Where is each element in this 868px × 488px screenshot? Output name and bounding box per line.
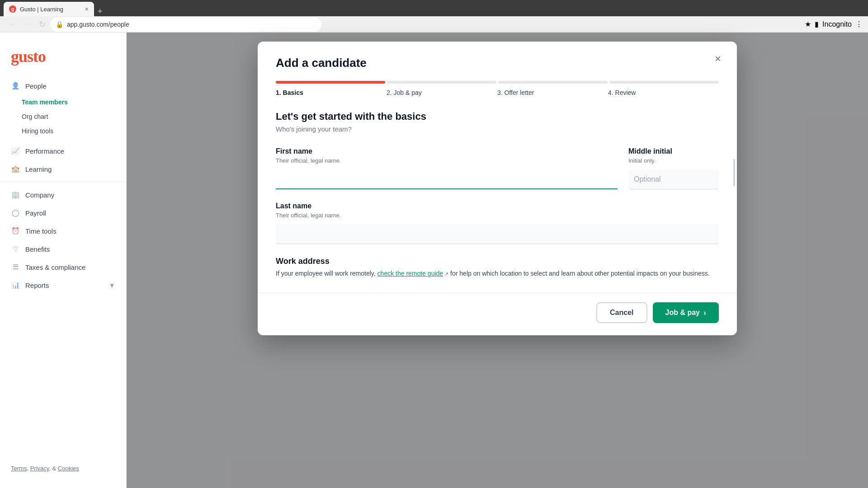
bookmark-icon[interactable]: ★	[805, 20, 811, 28]
modal-close-button[interactable]: ×	[710, 51, 726, 67]
remote-guide-link[interactable]: check the remote guide	[377, 270, 443, 277]
progress-section: 1. Basics 2. Job & pay 3. Offer letter 4…	[258, 81, 737, 111]
last-name-label: Last name	[276, 202, 719, 210]
sidebar-item-payroll[interactable]: ◯ Payroll	[0, 204, 126, 222]
browser-actions: ★ ▮ Incognito ⋮	[805, 20, 863, 28]
active-tab[interactable]: g Gusto | Learning ×	[4, 2, 94, 16]
performance-icon: 📈	[11, 146, 20, 155]
menu-icon[interactable]: ⋮	[855, 20, 863, 28]
sidebar-people-label: People	[25, 82, 47, 90]
next-button[interactable]: Job & pay ›	[653, 302, 719, 323]
progress-bars	[276, 81, 719, 84]
progress-bar-basics	[276, 81, 385, 84]
sidebar-item-people[interactable]: 👤 People	[0, 77, 126, 95]
sidebar-org-chart-label: Org chart	[22, 113, 48, 120]
section-subtitle: Who's joining your team?	[276, 125, 719, 133]
url-display: app.gusto.com/people	[67, 21, 129, 28]
new-tab-button[interactable]: +	[94, 7, 106, 16]
reports-expand-icon: ▼	[108, 282, 115, 289]
sidebar-learning-label: Learning	[25, 165, 52, 173]
sidebar-benefits-label: Benefits	[25, 245, 50, 253]
sidebar: gusto 👤 People Team members Org chart Hi…	[0, 33, 127, 488]
modal-title: Add a candidate	[276, 56, 719, 70]
first-name-hint: Their official, legal name.	[276, 157, 618, 164]
modal-header: Add a candidate ×	[258, 42, 737, 81]
modal-overlay: Add a candidate × 1. Basics	[127, 33, 868, 488]
sidebar-item-team-members[interactable]: Team members	[0, 95, 126, 109]
footer-cookies-link[interactable]: Cookies	[58, 465, 79, 472]
learning-icon: 🏫	[11, 164, 20, 174]
last-name-row: Last name Their official, legal name.	[276, 202, 719, 244]
incognito-label: Incognito	[822, 20, 852, 28]
back-button[interactable]: ←	[5, 18, 19, 31]
progress-bar-review	[609, 81, 719, 84]
middle-initial-hint: Initial only.	[628, 157, 719, 164]
sidebar-item-taxes[interactable]: ☰ Taxes & compliance	[0, 258, 126, 276]
progress-bar-job-pay	[387, 81, 496, 84]
sidebar-item-learning[interactable]: 🏫 Learning	[0, 160, 126, 178]
reload-button[interactable]: ↻	[36, 18, 48, 31]
section-title: Let's get started with the basics	[276, 111, 719, 122]
modal-scrollbar	[733, 159, 735, 186]
sidebar-item-time-tools[interactable]: ⏰ Time tools	[0, 222, 126, 240]
sidebar-reports-label: Reports	[25, 282, 49, 289]
modal-footer: Cancel Job & pay ›	[258, 293, 737, 332]
work-address-description: If your employee will work remotely, che…	[276, 269, 719, 278]
sidebar-section-people: 👤 People Team members Org chart Hiring t…	[0, 77, 126, 138]
sidebar-company-label: Company	[25, 191, 54, 199]
step-basics: 1. Basics	[276, 89, 387, 96]
extensions-icon[interactable]: ▮	[815, 20, 819, 28]
content-area: Add a candidate × 1. Basics	[127, 33, 868, 488]
cancel-button[interactable]: Cancel	[596, 302, 647, 323]
sidebar-performance-label: Performance	[25, 147, 64, 155]
sidebar-item-benefits[interactable]: ♡ Benefits	[0, 240, 126, 258]
next-button-label: Job & pay	[665, 309, 700, 317]
work-address-section: Work address If your employee will work …	[276, 257, 719, 278]
modal-dialog: Add a candidate × 1. Basics	[258, 42, 737, 335]
first-name-label: First name	[276, 147, 618, 155]
sidebar-divider	[0, 182, 126, 182]
clock-icon: ⏰	[11, 226, 20, 235]
first-name-group: First name Their official, legal name.	[276, 147, 618, 189]
work-address-title: Work address	[276, 257, 719, 266]
footer-privacy-link[interactable]: Privacy	[30, 465, 49, 472]
external-link-icon: ↗	[443, 271, 448, 277]
sidebar-payroll-label: Payroll	[25, 209, 46, 217]
company-icon: 🏢	[11, 190, 20, 199]
tab-close-button[interactable]: ×	[85, 5, 89, 13]
sidebar-logo: gusto	[0, 42, 126, 77]
person-icon: 👤	[11, 81, 20, 90]
sidebar-taxes-label: Taxes & compliance	[25, 263, 85, 271]
logo-text: gusto	[11, 47, 115, 66]
sidebar-item-org-chart[interactable]: Org chart	[0, 109, 126, 124]
sidebar-item-performance[interactable]: 📈 Performance	[0, 142, 126, 160]
sidebar-hiring-tools-label: Hiring tools	[22, 127, 53, 135]
step-job-pay: 2. Job & pay	[387, 89, 497, 96]
progress-steps: 1. Basics 2. Job & pay 3. Offer letter 4…	[276, 89, 719, 96]
last-name-input[interactable]	[276, 224, 719, 244]
browser-tab-bar: g Gusto | Learning × +	[0, 0, 868, 16]
taxes-icon: ☰	[11, 263, 20, 272]
sidebar-item-company[interactable]: 🏢 Company	[0, 186, 126, 204]
last-name-group: Last name Their official, legal name.	[276, 202, 719, 244]
first-name-input[interactable]	[276, 169, 618, 189]
middle-initial-input[interactable]	[628, 169, 719, 189]
payroll-icon: ◯	[11, 208, 20, 217]
progress-bar-offer-letter	[498, 81, 608, 84]
sidebar-time-tools-label: Time tools	[25, 227, 57, 235]
forward-button[interactable]: →	[21, 18, 34, 31]
next-arrow-icon: ›	[703, 308, 706, 318]
last-name-hint: Their official, legal name.	[276, 212, 719, 219]
sidebar-item-hiring-tools[interactable]: Hiring tools	[0, 124, 126, 138]
reports-icon: 📊	[11, 281, 20, 290]
tab-title: Gusto | Learning	[20, 6, 63, 13]
sidebar-item-reports[interactable]: 📊 Reports ▼	[0, 276, 126, 294]
lock-icon: 🔒	[56, 21, 63, 28]
address-bar[interactable]: 🔒 app.gusto.com/people	[50, 17, 321, 32]
tab-favicon: g	[9, 5, 16, 13]
middle-initial-group: Middle initial Initial only.	[628, 147, 719, 189]
step-offer-letter: 3. Offer letter	[497, 89, 608, 96]
sidebar-footer: Terms, Privacy, & Cookies	[0, 458, 126, 479]
browser-toolbar: ← → ↻ 🔒 app.gusto.com/people ★ ▮ Incogni…	[0, 16, 868, 33]
footer-terms-link[interactable]: Terms	[11, 465, 27, 472]
